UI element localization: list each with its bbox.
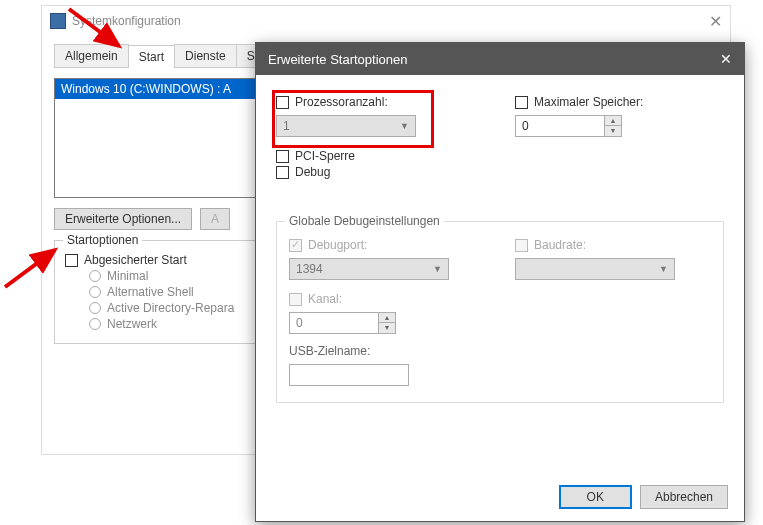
pci-lock-label: PCI-Sperre [295,149,355,163]
dialog-close-button[interactable]: ✕ [720,51,732,67]
max-memory-checkbox[interactable]: Maximaler Speicher: [515,95,724,109]
global-debug-label: Globale Debugeinstellungen [285,214,444,228]
spinner-buttons[interactable]: ▲▼ [605,115,622,137]
processor-count-value: 1 [283,119,290,133]
max-memory-input[interactable]: ▲▼ [515,115,724,137]
safe-boot-label: Abgesicherter Start [84,253,187,267]
global-debug-group: Globale Debugeinstellungen ✓ Debugport: … [276,221,724,403]
cancel-button[interactable]: Abbrechen [640,485,728,509]
parent-titlebar: Systemkonfiguration ✕ [42,6,730,36]
startoptionen-label: Startoptionen [63,233,142,247]
tab-start[interactable]: Start [128,45,175,68]
kanal-label: Kanal: [308,292,342,306]
chevron-down-icon: ▼ [400,121,409,131]
truncated-button[interactable]: A [200,208,230,230]
kanal-input: ▲▼ [289,312,485,334]
baudrate-label: Baudrate: [534,238,586,252]
baudrate-combo: ▼ [515,258,675,280]
max-memory-label: Maximaler Speicher: [534,95,643,109]
advanced-boot-dialog: Erweiterte Startoptionen ✕ Prozessoranza… [255,42,745,522]
parent-title: Systemkonfiguration [72,14,181,28]
usb-target-input [289,364,409,386]
dialog-title: Erweiterte Startoptionen [268,52,407,67]
chevron-down-icon: ▼ [659,264,668,274]
spinner-buttons: ▲▼ [379,312,396,334]
debug-checkbox[interactable]: Debug [276,165,485,179]
processor-count-checkbox[interactable]: Prozessoranzahl: [276,95,485,109]
ok-button[interactable]: OK [559,485,632,509]
debugport-combo: 1394 ▼ [289,258,449,280]
kanal-checkbox: Kanal: [289,292,485,306]
processor-count-label: Prozessoranzahl: [295,95,388,109]
debugport-checkbox: ✓ Debugport: [289,238,485,252]
tab-dienste[interactable]: Dienste [174,44,237,67]
tab-allgemein[interactable]: Allgemein [54,44,129,67]
debugport-label: Debugport: [308,238,367,252]
dialog-titlebar: Erweiterte Startoptionen ✕ [256,43,744,75]
max-memory-value[interactable] [515,115,605,137]
pci-lock-checkbox[interactable]: PCI-Sperre [276,149,485,163]
baudrate-checkbox: Baudrate: [515,238,711,252]
usb-target-label: USB-Zielname: [289,344,485,358]
checkbox-box [65,254,78,267]
advanced-options-button[interactable]: Erweiterte Optionen... [54,208,192,230]
msconfig-icon [50,13,66,29]
kanal-value [289,312,379,334]
chevron-down-icon: ▼ [433,264,442,274]
debugport-value: 1394 [296,262,323,276]
processor-count-combo[interactable]: 1 ▼ [276,115,416,137]
debug-label: Debug [295,165,330,179]
parent-close-button[interactable]: ✕ [709,12,722,31]
